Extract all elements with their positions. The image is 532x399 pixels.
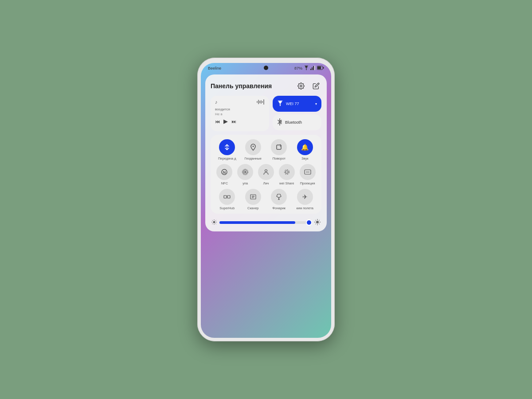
toggle-meishare-label: wei Share <box>279 181 294 185</box>
toggle-rotate[interactable]: Поворот <box>266 139 291 160</box>
svg-point-23 <box>265 170 267 172</box>
svg-rect-6 <box>323 67 324 69</box>
camera-notch <box>264 66 268 70</box>
svg-line-53 <box>319 220 320 221</box>
toggle-meishare-circle[interactable] <box>279 164 295 180</box>
waveform-icon <box>257 99 265 106</box>
status-icons: 87% <box>294 66 324 71</box>
media-controls: ⏮ ▶ ⏭ <box>215 118 265 125</box>
svg-rect-14 <box>263 99 264 105</box>
toggle-nfc-circle[interactable]: N <box>216 164 232 180</box>
svg-point-8 <box>300 85 302 87</box>
toggle-superhub-circle[interactable] <box>219 189 235 205</box>
media-tile[interactable]: ♪ воодится Не в ⏮ ▶ ⏭ <box>211 96 269 131</box>
settings-button[interactable] <box>296 81 306 91</box>
brightness-max-icon <box>314 219 321 226</box>
svg-line-45 <box>212 223 213 224</box>
right-tiles: WEI 77 ▾ Bluetooth <box>273 96 321 131</box>
svg-point-37 <box>213 221 215 223</box>
toggle-hotspot-circle[interactable] <box>237 164 253 180</box>
toggle-airplane-circle[interactable]: ✈ <box>297 189 313 205</box>
svg-rect-10 <box>258 100 259 104</box>
toggle-scanner-label: Сканер <box>247 206 259 210</box>
svg-line-54 <box>315 223 316 224</box>
prev-button[interactable]: ⏮ <box>215 119 220 124</box>
toggle-airplane[interactable]: ✈ ким полета <box>293 189 317 210</box>
svg-point-24 <box>286 171 288 173</box>
svg-line-51 <box>315 220 316 221</box>
toggle-nfc-label: NFC <box>221 181 228 185</box>
svg-rect-2 <box>312 67 313 70</box>
toggle-flashlight[interactable]: Фонарик <box>266 189 291 210</box>
phone-device: Beeline 87% Панель управления <box>197 58 335 341</box>
svg-line-52 <box>319 223 320 224</box>
wifi-tile[interactable]: WEI 77 ▾ <box>273 96 321 112</box>
carrier-label: Beeline <box>208 66 221 70</box>
edit-button[interactable] <box>311 81 321 91</box>
bluetooth-tile[interactable]: Bluetooth <box>273 114 321 130</box>
toggle-scanner-circle[interactable] <box>245 189 261 205</box>
toggle-nfc[interactable]: N NFC <box>214 164 235 185</box>
wifi-arrow-icon: ▾ <box>315 102 317 106</box>
toggle-data-circle[interactable] <box>219 139 235 155</box>
toggle-personal[interactable]: Лич <box>256 164 277 185</box>
brightness-thumb[interactable] <box>306 219 312 226</box>
toggle-scanner[interactable]: Сканер <box>241 189 266 210</box>
toggle-project-circle[interactable] <box>300 164 316 180</box>
phone-screen: Beeline 87% Панель управления <box>201 63 331 338</box>
toggle-sound-label: Звук <box>301 156 308 160</box>
next-button[interactable]: ⏭ <box>231 119 236 124</box>
svg-point-15 <box>280 105 281 106</box>
media-subtitle: Не в <box>215 112 265 116</box>
toggle-rotate-circle[interactable] <box>271 139 287 155</box>
svg-rect-9 <box>257 101 258 103</box>
svg-rect-11 <box>259 101 260 103</box>
toggles-row-3: SuperHub Сканер Фонарик <box>214 189 318 210</box>
toggle-flashlight-circle[interactable] <box>271 189 287 205</box>
toggle-geo[interactable]: Геоданные <box>241 139 266 160</box>
toggle-hotspot[interactable]: упа <box>235 164 256 185</box>
brightness-min-icon <box>211 219 217 226</box>
toggles-row-2: N NFC упа Лич <box>214 164 318 185</box>
toggle-flashlight-label: Фонарик <box>272 206 286 210</box>
panel-title: Панель управления <box>211 82 272 90</box>
svg-line-44 <box>215 220 216 221</box>
svg-rect-3 <box>313 66 314 70</box>
brightness-fill <box>219 221 295 224</box>
toggle-geo-label: Геоданные <box>245 156 262 160</box>
toggle-superhub[interactable]: SuperHub <box>215 189 239 210</box>
svg-rect-1 <box>310 69 311 70</box>
brightness-row <box>211 217 321 226</box>
svg-line-42 <box>212 220 213 221</box>
svg-rect-13 <box>262 101 263 103</box>
toggle-data[interactable]: Передача д <box>215 139 239 160</box>
toggle-sound-circle[interactable]: 🔔 <box>297 139 313 155</box>
toggles-section: Передача д Геоданные Поворот <box>211 135 321 214</box>
brightness-track[interactable] <box>219 221 312 224</box>
svg-rect-4 <box>314 66 315 70</box>
toggle-data-label: Передача д <box>218 156 236 160</box>
svg-rect-17 <box>277 145 281 149</box>
toggle-meishare[interactable]: wei Share <box>276 164 297 185</box>
signal-text: 87% <box>294 66 302 70</box>
music-icon: ♪ <box>215 99 218 105</box>
svg-rect-29 <box>227 196 230 198</box>
toggle-sound[interactable]: 🔔 Звук <box>293 139 317 160</box>
svg-point-0 <box>306 70 307 70</box>
toggle-personal-circle[interactable] <box>258 164 274 180</box>
svg-point-25 <box>284 170 289 175</box>
toggle-project[interactable]: Проекция <box>297 164 318 185</box>
svg-marker-34 <box>277 194 281 198</box>
svg-point-46 <box>316 221 319 223</box>
panel-action-icons <box>296 81 321 91</box>
toggle-rotate-label: Поворот <box>273 156 286 160</box>
toggle-geo-circle[interactable] <box>245 139 261 155</box>
control-panel: Панель управления ♪ <box>205 74 327 231</box>
wifi-status-icon <box>304 66 309 71</box>
svg-rect-12 <box>261 100 262 104</box>
toggle-airplane-label: ким полета <box>296 206 313 210</box>
wifi-icon <box>277 101 283 107</box>
svg-point-16 <box>252 146 254 147</box>
wifi-label: WEI 77 <box>286 102 299 106</box>
play-button[interactable]: ▶ <box>223 118 228 125</box>
